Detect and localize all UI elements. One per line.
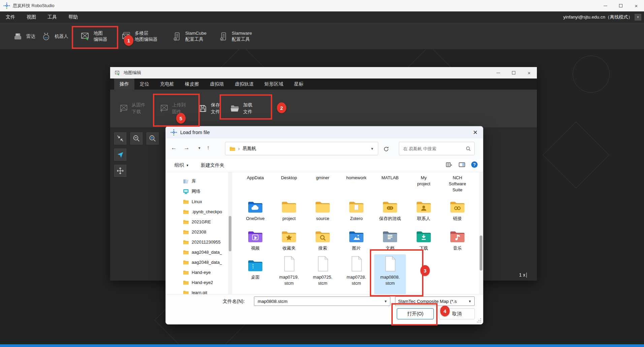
organize-menu[interactable]: 组织▼ xyxy=(174,162,189,168)
tab-星标[interactable]: 星标 xyxy=(289,78,309,90)
tab-定位[interactable]: 定位 xyxy=(134,78,155,90)
sidebar-item-label: 2021GRE xyxy=(192,219,211,224)
tab-操作[interactable]: 操作 xyxy=(114,78,134,90)
preview-pane-icon[interactable] xyxy=(459,162,465,167)
map-window-maximize-button[interactable] xyxy=(506,67,521,78)
ribbon-button-download-from-firmware[interactable]: 从固件下载 xyxy=(119,90,146,127)
canvas-tool-zoom-in[interactable] xyxy=(147,132,159,145)
close-button[interactable]: × xyxy=(629,0,644,11)
sidebar-item-2021GRE[interactable]: 2021GRE xyxy=(166,217,228,227)
help-icon[interactable]: ? xyxy=(471,161,478,168)
filename-combobox[interactable]: ▼ xyxy=(254,296,390,306)
menu-item-2[interactable]: 工具 xyxy=(42,11,63,23)
refresh-button[interactable] xyxy=(382,145,390,153)
search-box[interactable] xyxy=(399,142,475,155)
file-tile-label: homework xyxy=(346,175,366,181)
file-tile-source[interactable]: source xyxy=(307,196,339,222)
file-tile-AppData[interactable]: AppData xyxy=(239,172,271,181)
sidebar-item-Hand-eye2[interactable]: Hand-eye2 xyxy=(166,277,228,287)
file-tile-map0719.stcm[interactable]: map0719.stcm xyxy=(273,254,305,286)
view-mode-icon[interactable] xyxy=(446,162,453,167)
folder-mini-icon xyxy=(183,290,189,294)
file-tile-音乐[interactable]: 音乐 xyxy=(442,225,473,251)
nav-up-button[interactable]: ↑ xyxy=(203,143,214,153)
toolbar-button-robot[interactable]: 机器人 xyxy=(41,23,68,50)
account-dropdown-caret[interactable]: ▼ xyxy=(635,14,641,21)
nav-forward-button[interactable]: → xyxy=(181,143,192,153)
map-edit-title: 地图编辑 xyxy=(124,70,141,76)
file-tile-NCHSoftwareSuite[interactable]: NCHSoftwareSuite xyxy=(442,172,473,193)
breadcrumb-path[interactable]: 易胤帆 xyxy=(243,146,256,152)
file-tile-视频[interactable]: 视频 xyxy=(239,225,271,251)
file-grid-scrollbar[interactable] xyxy=(479,172,483,294)
ribbon-button-save-file[interactable]: 保存文件 xyxy=(198,90,220,127)
canvas-tool-fit-view[interactable] xyxy=(114,132,126,145)
sidebar-item-learn.git[interactable]: learn.git xyxy=(166,287,228,294)
toolbar-button-slamware-config[interactable]: Slamware配置工具 xyxy=(218,23,252,50)
sidebar-item-label: Linux xyxy=(192,199,202,204)
sidebar-item-aag2048_data_[interactable]: aag2048_data_ xyxy=(166,247,228,257)
sidebar-item-库[interactable]: 库 xyxy=(166,176,228,186)
annotation-badge-3: 3 xyxy=(420,265,430,276)
address-bar[interactable]: › 易胤帆 ▼ xyxy=(225,142,378,155)
file-tile-桌面[interactable]: 桌面 xyxy=(239,254,271,280)
sidebar-item-Hand-eye[interactable]: Hand-eye xyxy=(166,267,228,277)
file-tile-Desktop[interactable]: Desktop xyxy=(273,172,305,181)
sidebar-item-202308[interactable]: 202308 xyxy=(166,227,228,237)
file-tile-MATLAB[interactable]: MATLAB xyxy=(374,172,406,181)
dialog-close-button[interactable]: ✕ xyxy=(468,126,483,138)
sidebar-item-.ipynb_checkpo[interactable]: .ipynb_checkpo xyxy=(166,207,228,217)
tab-充电桩[interactable]: 充电桩 xyxy=(155,78,180,90)
file-tile-map0728.stcm[interactable]: map0728.stcm xyxy=(341,254,372,286)
sidebar-item-网络[interactable]: 网络 xyxy=(166,186,228,196)
file-tile-图片[interactable]: 图片 xyxy=(341,225,372,251)
address-dropdown-caret[interactable]: ▼ xyxy=(371,147,374,151)
app-titlebar: 思岚科技 RoboStudio × xyxy=(0,0,644,11)
tab-虚拟轨道[interactable]: 虚拟轨道 xyxy=(229,78,259,90)
search-input[interactable] xyxy=(402,146,466,152)
file-tile-保存的游戏[interactable]: 保存的游戏 xyxy=(374,196,406,222)
map-edit-icon xyxy=(115,70,120,76)
file-tile-project[interactable]: project xyxy=(273,196,305,222)
file-tile-文档[interactable]: 文档 xyxy=(374,225,406,251)
menu-item-0[interactable]: 文件 xyxy=(0,11,21,23)
maximize-button[interactable] xyxy=(613,0,629,11)
toolbar-button-slamcube-config[interactable]: SlamCube配置工具 xyxy=(172,23,206,50)
file-tile-收藏夹[interactable]: 收藏夹 xyxy=(273,225,305,251)
filename-caret-icon[interactable]: ▼ xyxy=(384,299,387,303)
sidebar-item-aag2048_data_[interactable]: aag2048_data_ xyxy=(166,257,228,267)
sidebar-item-202011230955[interactable]: 202011230955 xyxy=(166,237,228,247)
folder-mini-icon xyxy=(183,280,189,285)
file-tile-下载[interactable]: 下载 xyxy=(408,225,440,251)
file-tile-搜索[interactable]: 搜索 xyxy=(307,225,339,251)
toolbar-button-lidar[interactable]: 雷达 xyxy=(13,23,35,50)
new-folder-button[interactable]: 新建文件夹 xyxy=(201,162,224,168)
tab-虚拟墙[interactable]: 虚拟墙 xyxy=(204,78,229,90)
file-tile-Myproject[interactable]: Myproject xyxy=(408,172,440,187)
file-tile-联系人[interactable]: 联系人 xyxy=(408,196,440,222)
sidebar-item-label: aag2048_data_ xyxy=(192,250,222,255)
canvas-tool-pan[interactable] xyxy=(114,165,126,177)
filename-input[interactable] xyxy=(257,298,381,304)
sidebar-item-Linux[interactable]: Linux xyxy=(166,196,228,207)
minimize-button[interactable] xyxy=(598,0,613,11)
nav-back-button[interactable]: ← xyxy=(168,143,179,153)
file-tile-链接[interactable]: 链接 xyxy=(442,196,473,222)
file-tile-homework[interactable]: homework xyxy=(341,172,372,181)
sidebar-scrollbar[interactable] xyxy=(228,172,232,294)
file-tile-map0725.stcm[interactable]: map0725.stcm xyxy=(307,254,339,286)
menu-item-3[interactable]: 帮助 xyxy=(63,11,84,23)
tab-橡皮擦[interactable]: 橡皮擦 xyxy=(180,78,204,90)
resize-grip[interactable] xyxy=(477,318,481,322)
file-tile-label: 桌面 xyxy=(251,274,260,280)
file-tile-gminer[interactable]: gminer xyxy=(307,172,339,181)
map-window-close-button[interactable]: × xyxy=(521,67,537,78)
menu-item-1[interactable]: 视图 xyxy=(21,11,42,23)
canvas-tool-zoom-out[interactable] xyxy=(130,132,142,145)
map-window-minimize-button[interactable] xyxy=(490,67,506,78)
folder-desktop-icon xyxy=(248,254,263,272)
canvas-tool-set-location[interactable] xyxy=(114,149,126,161)
file-tile-OneDrive[interactable]: OneDrive xyxy=(239,196,271,222)
file-tile-Zotero[interactable]: Zotero xyxy=(341,196,372,222)
tab-矩形区域[interactable]: 矩形区域 xyxy=(259,78,289,90)
